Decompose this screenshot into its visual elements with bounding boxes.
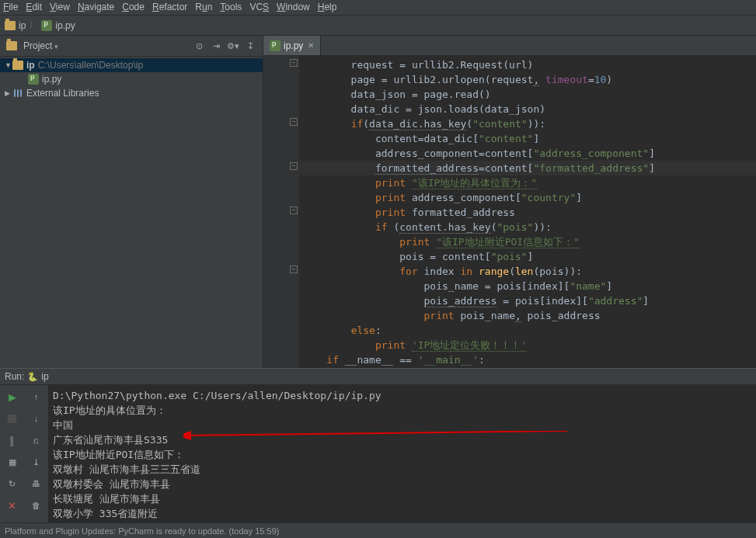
menu-run[interactable]: Run [195, 2, 212, 13]
menu-view[interactable]: View [50, 2, 70, 13]
menu-vcs[interactable]: VCS [249, 2, 269, 13]
hide-icon[interactable]: ↧ [244, 40, 256, 52]
tree-extlib-name: External Libraries [26, 88, 99, 99]
restore-layout-button[interactable]: ↻ [5, 477, 19, 491]
breadcrumb-file[interactable]: ip.py [55, 20, 75, 31]
fold-icon[interactable]: − [290, 266, 298, 273]
code-line[interactable]: print formatted_address [299, 205, 756, 220]
menu-navigate[interactable]: Navigate [78, 2, 114, 13]
editor-gutter[interactable]: −−−−− [263, 56, 299, 368]
run-toolbar: ▶ ‖ ▦ ↻ ✕ ? ↑ ↓ ⎌ ⤓ 🖶 🗑 ⧉ [0, 385, 48, 538]
menu-edit[interactable]: Edit [26, 2, 42, 13]
code-line[interactable]: data_dic = json.loads(data_json) [299, 102, 756, 116]
code-line[interactable]: formatted_address=content["formatted_add… [299, 161, 756, 175]
editor-tabs: ip.py ✕ [263, 36, 756, 56]
fold-icon[interactable]: − [290, 207, 298, 214]
project-panel: Project ⊙ ⇥ ⚙▾ ↧ ▼ ip C:\Users\allen\Des… [0, 36, 263, 368]
soft-wrap-button[interactable]: ⎌ [30, 433, 44, 447]
status-bar[interactable]: Platform and Plugin Updates: PyCharm is … [0, 522, 756, 538]
tab-label: ip.py [284, 40, 303, 51]
breadcrumb: ip 〉 ip.py [0, 16, 756, 36]
project-title[interactable]: Project [23, 40, 193, 51]
run-panel: Run: 🐍 ip ▶ ‖ ▦ ↻ ✕ ? ↑ ↓ ⎌ ⤓ 🖶 🗑 ⧉ [0, 368, 756, 538]
code-line[interactable]: if (content.has_key("pois")): [299, 220, 756, 234]
output-line: 该IP地址的具体位置为： [53, 403, 751, 418]
code-line[interactable]: if(data_dic.has_key("content")): [299, 116, 756, 131]
fold-icon[interactable]: − [290, 162, 298, 170]
folder-icon [5, 21, 16, 30]
output-line: 广东省汕尾市海丰县S335 [53, 432, 751, 447]
dump-threads-button[interactable]: ▦ [5, 455, 19, 469]
tree-root-path: C:\Users\allen\Desktop\ip [38, 60, 143, 71]
pause-button[interactable]: ‖ [5, 433, 19, 447]
rerun-button[interactable]: ▶ [5, 390, 19, 404]
code-line[interactable]: print "该IP地址附近POI信息如下：" [299, 234, 756, 249]
close-icon[interactable]: ✕ [308, 41, 314, 50]
output-line: 该IP地址附近POI信息如下： [53, 447, 751, 462]
code-line[interactable]: print 'IP地址定位失败！！！' [299, 338, 756, 352]
status-message: Platform and Plugin Updates: PyCharm is … [5, 526, 279, 536]
up-button[interactable]: ↑ [30, 390, 44, 404]
down-button[interactable]: ↓ [30, 411, 44, 425]
output-line: 长联塘尾 汕尾市海丰县 [53, 491, 751, 506]
code-line[interactable]: pois_address = pois[index]["address"] [299, 293, 756, 308]
code-line[interactable]: content=data_dic["content"] [299, 131, 756, 146]
code-line[interactable]: request = urllib2.Request(url) [299, 57, 756, 72]
python-icon: 🐍 [27, 372, 38, 382]
menu-file[interactable]: File [3, 2, 18, 13]
output-line: 双墩村 汕尾市海丰县三三五省道 [53, 462, 751, 477]
python-file-icon [41, 20, 52, 31]
code-line[interactable]: print "该IP地址的具体位置为：" [299, 175, 756, 190]
settings-icon[interactable]: ⚙▾ [227, 40, 239, 52]
code-line[interactable]: pois = content["pois"] [299, 249, 756, 264]
stop-button[interactable] [5, 411, 19, 425]
folder-icon [12, 61, 23, 70]
libraries-icon [12, 88, 23, 99]
tree-item-name: ip.py [42, 74, 61, 85]
code-line[interactable]: data_json = page.read() [299, 87, 756, 102]
menu-help[interactable]: Help [318, 2, 337, 13]
run-output[interactable]: D:\Python27\python.exe C:/Users/allen/De… [48, 385, 756, 538]
close-button[interactable]: ✕ [5, 498, 19, 512]
menu-refactor[interactable]: Refactor [152, 2, 187, 13]
collapse-all-icon[interactable]: ⇥ [210, 40, 222, 52]
project-icon [6, 41, 17, 50]
code-line[interactable]: pois_name = pois[index]["name"] [299, 279, 756, 293]
project-tree: ▼ ip C:\Users\allen\Desktop\ip ip.py ▶ E… [0, 57, 263, 102]
breadcrumb-root[interactable]: ip [19, 20, 26, 31]
menu-tools[interactable]: Tools [220, 2, 242, 13]
run-config: ip [41, 371, 48, 382]
output-line: 中国 [53, 418, 751, 432]
menu-bar: File Edit View Navigate Code Refactor Ru… [0, 0, 756, 16]
print-button[interactable]: 🖶 [30, 477, 44, 491]
clear-button[interactable]: 🗑 [30, 498, 44, 512]
tree-item[interactable]: ip.py [0, 72, 263, 86]
fold-icon[interactable]: − [290, 118, 298, 126]
run-title: Run: [5, 371, 24, 382]
python-file-icon [270, 40, 280, 51]
code-line[interactable]: print address_component["country"] [299, 190, 756, 205]
code-line[interactable]: address_component=content["address_compo… [299, 146, 756, 161]
editor-tab[interactable]: ip.py ✕ [263, 36, 321, 55]
code-line[interactable]: page = urllib2.urlopen(request, timeout=… [299, 72, 756, 87]
project-header[interactable]: Project ⊙ ⇥ ⚙▾ ↧ [0, 36, 263, 57]
code-editor[interactable]: request = urllib2.Request(url) page = ur… [299, 56, 756, 368]
scroll-from-source-icon[interactable]: ⊙ [193, 40, 205, 52]
tree-root[interactable]: ▼ ip C:\Users\allen\Desktop\ip [0, 58, 263, 72]
output-line: D:\Python27\python.exe C:/Users/allen/De… [53, 388, 751, 403]
code-line[interactable]: if __name__ == '__main__': [299, 352, 756, 367]
output-line: 双墩小学 335省道附近 [53, 506, 751, 521]
python-file-icon [28, 74, 39, 85]
breadcrumb-sep: 〉 [29, 19, 38, 32]
code-line[interactable]: else: [299, 323, 756, 338]
scroll-end-button[interactable]: ⤓ [30, 455, 44, 469]
run-header[interactable]: Run: 🐍 ip [0, 369, 756, 385]
menu-code[interactable]: Code [122, 2, 145, 13]
menu-window[interactable]: Window [277, 2, 310, 13]
expand-icon[interactable]: ▼ [5, 61, 12, 69]
code-line[interactable]: print pois_name, pois_address [299, 308, 756, 323]
fold-icon[interactable]: − [290, 59, 298, 67]
code-line[interactable]: for index in range(len(pois)): [299, 264, 756, 279]
expand-icon[interactable]: ▶ [5, 89, 12, 97]
tree-external-libs[interactable]: ▶ External Libraries [0, 86, 263, 100]
